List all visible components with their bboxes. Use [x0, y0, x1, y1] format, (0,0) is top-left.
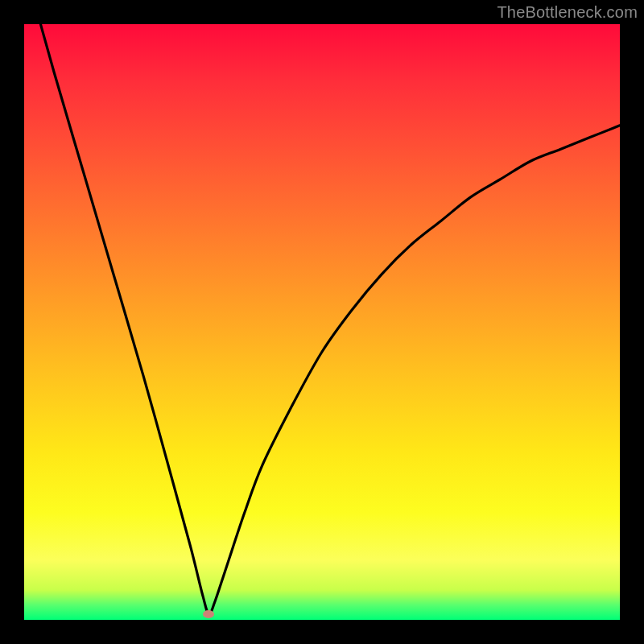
watermark-text: TheBottleneck.com — [497, 3, 638, 22]
minimum-marker — [203, 610, 214, 618]
chart-frame: TheBottleneck.com — [0, 0, 644, 644]
plot-area — [24, 24, 620, 620]
bottleneck-curve — [24, 24, 620, 620]
